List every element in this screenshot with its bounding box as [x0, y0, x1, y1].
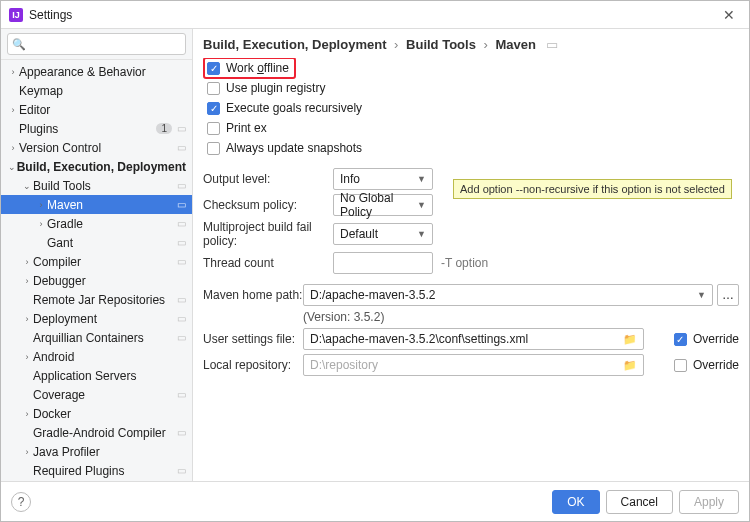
tree-item-java-profiler[interactable]: ›Java Profiler	[1, 442, 192, 461]
titlebar: IJ Settings ✕	[1, 1, 749, 29]
tree-arrow-icon: ⌄	[7, 162, 17, 172]
execute-goals-recursively-label: Execute goals recursively	[226, 101, 362, 115]
tree-arrow-icon: ›	[21, 409, 33, 419]
tree-item-build-tools[interactable]: ⌄Build Tools▭	[1, 176, 192, 195]
tree-item-plugins[interactable]: Plugins1▭	[1, 119, 192, 138]
tree-item-label: Arquillian Containers	[33, 331, 174, 345]
tree-arrow-icon: ›	[21, 314, 33, 324]
tree-item-run-targets[interactable]: Run Targets▭	[1, 480, 192, 481]
chevron-down-icon: ▼	[417, 174, 426, 184]
tree-item-debugger[interactable]: ›Debugger	[1, 271, 192, 290]
content-panel: ✓ Work offline Use plugin registry ✓ Exe…	[193, 58, 749, 481]
help-button[interactable]: ?	[11, 492, 31, 512]
work-offline-highlight: ✓ Work offline	[203, 58, 296, 79]
tree-item-gant[interactable]: Gant▭	[1, 233, 192, 252]
maven-home-select[interactable]: D:/apache-maven-3.5.2 ▼	[303, 284, 713, 306]
tree-item-label: Java Profiler	[33, 445, 186, 459]
project-scope-icon: ▭	[546, 37, 558, 52]
checksum-policy-select[interactable]: No Global Policy ▼	[333, 194, 433, 216]
thread-count-input[interactable]	[333, 252, 433, 274]
user-settings-value: D:\apache-maven-3.5.2\conf\settings.xml	[310, 332, 528, 346]
tree-item-required-plugins[interactable]: Required Plugins▭	[1, 461, 192, 480]
tree-item-android[interactable]: ›Android	[1, 347, 192, 366]
tree-arrow-icon: ›	[7, 67, 19, 77]
breadcrumb-p1[interactable]: Build, Execution, Deployment	[203, 37, 386, 52]
ok-button[interactable]: OK	[552, 490, 599, 514]
local-repo-input[interactable]: D:\repository 📁	[303, 354, 644, 376]
user-settings-input[interactable]: D:\apache-maven-3.5.2\conf\settings.xml …	[303, 328, 644, 350]
tree-item-label: Build Tools	[33, 179, 174, 193]
tree-item-gradle[interactable]: ›Gradle▭	[1, 214, 192, 233]
project-scope-icon: ▭	[177, 237, 186, 248]
local-repo-override-checkbox[interactable]	[674, 359, 687, 372]
tree-item-build-execution-deployment[interactable]: ⌄Build, Execution, Deployment	[1, 157, 192, 176]
app-icon: IJ	[9, 8, 23, 22]
apply-button[interactable]: Apply	[679, 490, 739, 514]
chevron-down-icon: ▼	[697, 290, 706, 300]
folder-icon[interactable]: 📁	[617, 359, 637, 372]
tooltip: Add option --non-recursive if this optio…	[453, 179, 732, 199]
tree-arrow-icon: ⌄	[21, 181, 33, 191]
tree-arrow-icon: ›	[7, 105, 19, 115]
local-repo-label: Local repository:	[203, 358, 303, 372]
window-title: Settings	[29, 8, 72, 22]
cancel-button[interactable]: Cancel	[606, 490, 673, 514]
chevron-down-icon: ▼	[417, 229, 426, 239]
tree-item-label: Keymap	[19, 84, 186, 98]
close-icon[interactable]: ✕	[717, 5, 741, 25]
tree-arrow-icon: ›	[21, 257, 33, 267]
tree-item-arquillian-containers[interactable]: Arquillian Containers▭	[1, 328, 192, 347]
tree-item-label: Gant	[47, 236, 174, 250]
maven-home-browse-button[interactable]: …	[717, 284, 739, 306]
multiproject-fail-label: Multiproject build fail policy:	[203, 220, 333, 248]
tree-item-remote-jar-repositories[interactable]: Remote Jar Repositories▭	[1, 290, 192, 309]
chevron-down-icon: ▼	[417, 200, 426, 210]
tree-item-label: Maven	[47, 198, 174, 212]
maven-home-value: D:/apache-maven-3.5.2	[310, 288, 435, 302]
work-offline-label: Work offline	[226, 61, 289, 75]
tree-item-label: Build, Execution, Deployment	[17, 160, 186, 174]
execute-goals-recursively-checkbox[interactable]: ✓	[207, 102, 220, 115]
footer: ? OK Cancel Apply	[1, 481, 749, 521]
tree-item-appearance-behavior[interactable]: ›Appearance & Behavior	[1, 62, 192, 81]
breadcrumb-p2[interactable]: Build Tools	[406, 37, 476, 52]
tree-item-label: Version Control	[19, 141, 174, 155]
tree-item-keymap[interactable]: Keymap	[1, 81, 192, 100]
tree-item-application-servers[interactable]: Application Servers	[1, 366, 192, 385]
search-input[interactable]	[7, 33, 186, 55]
multiproject-fail-select[interactable]: Default ▼	[333, 223, 433, 245]
tree-item-compiler[interactable]: ›Compiler▭	[1, 252, 192, 271]
thread-count-label: Thread count	[203, 256, 333, 270]
breadcrumb-p3[interactable]: Maven	[495, 37, 535, 52]
tree-item-docker[interactable]: ›Docker	[1, 404, 192, 423]
thread-count-hint: -T option	[441, 256, 488, 270]
tree-item-version-control[interactable]: ›Version Control▭	[1, 138, 192, 157]
project-scope-icon: ▭	[177, 389, 186, 400]
tree-item-coverage[interactable]: Coverage▭	[1, 385, 192, 404]
always-update-snapshots-checkbox[interactable]	[207, 142, 220, 155]
checksum-policy-label: Checksum policy:	[203, 198, 333, 212]
maven-version-text: (Version: 3.5.2)	[303, 310, 384, 324]
tree-item-gradle-android-compiler[interactable]: Gradle-Android Compiler▭	[1, 423, 192, 442]
settings-tree: ›Appearance & BehaviorKeymap›EditorPlugi…	[1, 60, 192, 481]
tree-item-deployment[interactable]: ›Deployment▭	[1, 309, 192, 328]
user-settings-override-checkbox[interactable]: ✓	[674, 333, 687, 346]
tree-item-label: Editor	[19, 103, 186, 117]
project-scope-icon: ▭	[177, 218, 186, 229]
project-scope-icon: ▭	[177, 180, 186, 191]
folder-icon[interactable]: 📁	[617, 333, 637, 346]
checksum-policy-value: No Global Policy	[340, 191, 417, 219]
project-scope-icon: ▭	[177, 465, 186, 476]
work-offline-checkbox[interactable]: ✓	[207, 62, 220, 75]
tree-item-label: Deployment	[33, 312, 174, 326]
search-icon: 🔍	[12, 38, 26, 51]
use-plugin-registry-checkbox[interactable]	[207, 82, 220, 95]
local-repo-override-label: Override	[693, 358, 739, 372]
chevron-right-icon: ›	[484, 37, 488, 52]
tree-item-maven[interactable]: ›Maven▭	[1, 195, 192, 214]
print-exception-checkbox[interactable]	[207, 122, 220, 135]
tree-item-editor[interactable]: ›Editor	[1, 100, 192, 119]
maven-home-label: Maven home path:	[203, 288, 303, 302]
use-plugin-registry-label: Use plugin registry	[226, 81, 325, 95]
output-level-select[interactable]: Info ▼	[333, 168, 433, 190]
